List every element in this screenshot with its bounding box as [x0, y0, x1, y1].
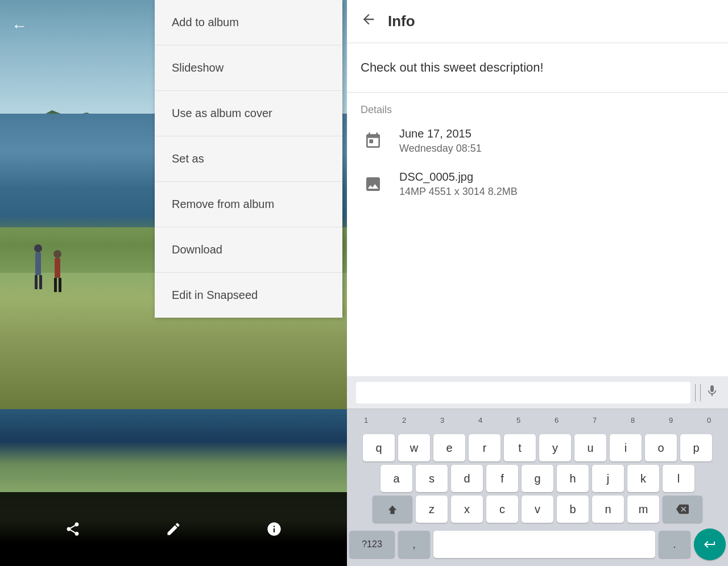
key-z[interactable]: z — [416, 496, 448, 523]
person-leg — [54, 278, 57, 292]
person-2 — [53, 250, 61, 292]
back-arrow[interactable]: ← — [11, 17, 27, 35]
key-j[interactable]: j — [592, 465, 624, 492]
keyboard-bottom-row: ?123 , . — [347, 526, 728, 566]
menu-item-edit-in-snapseed[interactable]: Edit in Snapseed — [155, 273, 342, 318]
key-b[interactable]: b — [557, 496, 589, 523]
key-g[interactable]: g — [522, 465, 553, 492]
menu-item-use-as-album-cover[interactable]: Use as album cover — [155, 91, 342, 136]
key-o[interactable]: o — [645, 434, 677, 461]
key-t[interactable]: t — [504, 434, 536, 461]
key-a[interactable]: a — [380, 465, 412, 492]
keyboard-row-asdf: a s d f g h j k l — [347, 465, 728, 492]
menu-item-set-as[interactable]: Set as — [155, 136, 342, 182]
info-header: Info — [347, 0, 728, 43]
shift-key[interactable] — [373, 496, 412, 523]
right-panel: Info Check out this sweet description! D… — [347, 0, 728, 566]
svg-rect-0 — [390, 513, 394, 514]
details-label: Details — [361, 104, 714, 116]
left-panel: ← Add to album Slideshow Use as album co… — [0, 0, 347, 566]
divider-2 — [700, 384, 701, 401]
key-y[interactable]: y — [539, 434, 571, 461]
bottom-toolbar — [0, 492, 347, 566]
divider-1 — [695, 384, 696, 401]
key-m[interactable]: m — [627, 496, 659, 523]
file-primary: DSC_0005.jpg — [399, 170, 518, 184]
file-secondary: 14MP 4551 x 3014 8.2MB — [399, 186, 518, 198]
key-i[interactable]: i — [610, 434, 642, 461]
key-l[interactable]: l — [663, 465, 694, 492]
key-x[interactable]: x — [451, 496, 483, 523]
key-r[interactable]: r — [469, 434, 500, 461]
context-menu: Add to album Slideshow Use as album cove… — [155, 0, 342, 318]
calendar-icon — [361, 128, 386, 153]
person-head — [53, 250, 61, 258]
image-icon — [361, 172, 386, 197]
person-leg — [39, 275, 42, 289]
key-hint-4: 4 — [464, 409, 497, 431]
key-numbers-toggle[interactable]: ?123 — [349, 531, 395, 558]
info-button[interactable] — [260, 515, 288, 543]
menu-item-slideshow[interactable]: Slideshow — [155, 45, 342, 91]
key-e[interactable]: e — [433, 434, 465, 461]
keyboard-area: 1 2 3 4 5 6 7 8 9 0 q w e r t y u i o p … — [347, 376, 728, 566]
menu-item-add-to-album[interactable]: Add to album — [155, 0, 342, 45]
key-hint-1: 1 — [350, 409, 382, 431]
keyboard-input-bar — [347, 376, 728, 409]
person-leg — [59, 278, 61, 292]
person-legs — [35, 275, 42, 289]
key-period[interactable]: . — [659, 531, 690, 558]
key-h[interactable]: h — [557, 465, 589, 492]
file-detail-info: DSC_0005.jpg 14MP 4551 x 3014 8.2MB — [399, 170, 518, 198]
microphone-icon[interactable] — [705, 384, 719, 401]
info-back-button[interactable] — [361, 11, 377, 31]
date-secondary: Wednesday 08:51 — [399, 143, 482, 155]
keyboard-row-qwerty: q w e r t y u i o p — [347, 434, 728, 461]
key-hint-3: 3 — [426, 409, 458, 431]
key-q[interactable]: q — [363, 434, 395, 461]
key-v[interactable]: v — [522, 496, 553, 523]
info-title: Info — [388, 13, 415, 30]
key-u[interactable]: u — [574, 434, 606, 461]
menu-item-download[interactable]: Download — [155, 227, 342, 273]
key-f[interactable]: f — [486, 465, 518, 492]
menu-item-remove-from-album[interactable]: Remove from album — [155, 182, 342, 227]
key-space[interactable] — [433, 531, 655, 558]
key-w[interactable]: w — [398, 434, 430, 461]
person-1 — [34, 244, 42, 292]
keyboard-text-field[interactable] — [356, 382, 690, 403]
person-legs — [54, 278, 61, 292]
key-hint-5: 5 — [502, 409, 535, 431]
key-hint-6: 6 — [540, 409, 573, 431]
key-comma[interactable]: , — [398, 531, 430, 558]
key-hint-8: 8 — [617, 409, 649, 431]
person-body — [35, 252, 41, 275]
keyboard-row-zxcv: z x c v b n m — [347, 496, 728, 523]
file-detail-row: DSC_0005.jpg 14MP 4551 x 3014 8.2MB — [361, 170, 714, 198]
share-button[interactable] — [59, 515, 87, 543]
key-hint-9: 9 — [655, 409, 687, 431]
edit-button[interactable] — [159, 515, 188, 543]
key-hint-0: 0 — [693, 409, 725, 431]
key-d[interactable]: d — [451, 465, 483, 492]
people — [34, 244, 61, 292]
keyboard-numbers-row: 1 2 3 4 5 6 7 8 9 0 — [347, 409, 728, 431]
date-primary: June 17, 2015 — [399, 127, 482, 140]
key-s[interactable]: s — [416, 465, 448, 492]
key-c[interactable]: c — [486, 496, 518, 523]
person-body — [55, 258, 60, 278]
key-p[interactable]: p — [680, 434, 712, 461]
key-k[interactable]: k — [627, 465, 659, 492]
key-n[interactable]: n — [592, 496, 624, 523]
person-head — [34, 244, 42, 252]
key-hint-2: 2 — [388, 409, 420, 431]
details-section: Details June 17, 2015 Wednesday 08:51 DS… — [347, 93, 728, 225]
backspace-key[interactable] — [663, 496, 702, 523]
date-detail-row: June 17, 2015 Wednesday 08:51 — [361, 127, 714, 155]
info-description: Check out this sweet description! — [347, 43, 728, 93]
key-hint-7: 7 — [578, 409, 611, 431]
person-leg — [35, 275, 38, 289]
key-enter[interactable] — [694, 528, 726, 560]
date-detail-info: June 17, 2015 Wednesday 08:51 — [399, 127, 482, 155]
